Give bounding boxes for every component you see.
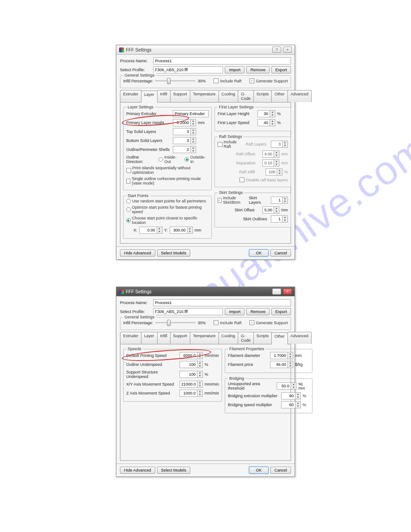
outline-inside-out-radio[interactable]: Inside-Out bbox=[158, 155, 183, 164]
vase-mode-checkbox[interactable]: Single outline corkscrew printing mode (… bbox=[126, 176, 209, 185]
sp-random-radio[interactable]: Use random start points for all perimete… bbox=[126, 199, 206, 203]
include-raft-checkbox[interactable]: Include Raft bbox=[214, 78, 241, 83]
ok-button[interactable]: OK bbox=[249, 249, 269, 257]
sp-optimize-radio[interactable]: Optimize start points for fastest printi… bbox=[126, 205, 209, 214]
first-layer-speed-input[interactable]: ▲▼ bbox=[257, 119, 275, 126]
outline-shells-input[interactable]: ▲▼ bbox=[173, 146, 196, 153]
app-icon bbox=[119, 289, 124, 294]
tab-support[interactable]: Support bbox=[170, 332, 191, 344]
select-models-button[interactable]: Select Models bbox=[157, 467, 191, 474]
sp-x-input[interactable]: ▲▼ bbox=[139, 227, 163, 234]
tab-temperature[interactable]: Temperature bbox=[190, 332, 219, 344]
window-title: FFF Settings bbox=[126, 47, 151, 52]
profile-select[interactable]: F306_ABS_210.fff bbox=[153, 308, 223, 315]
raft-layers-input: ▲▼ bbox=[271, 141, 288, 148]
tab-temperature[interactable]: Temperature bbox=[190, 90, 219, 102]
tab-gcode[interactable]: G-Code bbox=[238, 332, 254, 344]
import-button[interactable]: Import bbox=[225, 308, 244, 315]
z-speed-input[interactable]: ▲▼ bbox=[180, 390, 203, 397]
infill-slider[interactable] bbox=[155, 80, 196, 82]
bridging-speed-input[interactable]: ▲▼ bbox=[281, 401, 301, 408]
import-button[interactable]: Import bbox=[225, 66, 244, 73]
tab-infill[interactable]: Infill bbox=[157, 332, 171, 344]
titlebar: FFF Settings ? × bbox=[116, 287, 295, 296]
default-speed-input[interactable]: ▲▼ bbox=[180, 352, 203, 359]
cancel-button[interactable]: Cancel bbox=[270, 249, 291, 257]
filament-diameter-input[interactable]: ▲▼ bbox=[270, 352, 293, 359]
remove-button[interactable]: Remove bbox=[246, 66, 270, 73]
bridging-ext-input[interactable]: ▲▼ bbox=[281, 392, 301, 399]
cancel-button[interactable]: Cancel bbox=[270, 467, 291, 474]
top-solid-input[interactable]: ▲▼ bbox=[173, 128, 196, 135]
remove-button[interactable]: Remove bbox=[246, 308, 270, 315]
tab-other[interactable]: Other bbox=[271, 332, 288, 344]
speeds-title: Speeds bbox=[126, 347, 143, 351]
generate-support-checkbox[interactable]: ✓Generate Support bbox=[249, 78, 288, 83]
tab-other[interactable]: Other bbox=[271, 90, 288, 102]
include-raft-checkbox[interactable]: Include Raft bbox=[214, 320, 241, 325]
tab-strip: Extruder Layer Infill Support Temperatur… bbox=[120, 332, 291, 344]
hide-advanced-button[interactable]: Hide Advanced bbox=[120, 467, 155, 474]
export-button[interactable]: Export bbox=[271, 66, 291, 73]
raft-include-checkbox[interactable]: Include Raft bbox=[218, 140, 244, 149]
tab-scripts[interactable]: Scripts bbox=[253, 90, 272, 102]
tab-layer[interactable]: Layer bbox=[141, 90, 158, 103]
default-speed-label: Default Printing Speed bbox=[126, 353, 178, 358]
first-layer-title: First Layer Settings bbox=[218, 105, 255, 109]
help-icon[interactable]: ? bbox=[272, 288, 281, 295]
skirt-layers-input[interactable]: ▲▼ bbox=[271, 197, 288, 204]
first-layer-height-input[interactable]: ▲▼ bbox=[257, 110, 275, 117]
select-models-button[interactable]: Select Models bbox=[157, 249, 191, 257]
general-settings-title: General Settings bbox=[123, 73, 156, 77]
raft-title: Raft Settings bbox=[218, 134, 244, 139]
support-underspeed-input[interactable]: ▲▼ bbox=[180, 371, 203, 378]
skirt-outlines-input[interactable]: ▲▼ bbox=[271, 215, 288, 223]
generate-support-checkbox[interactable]: ✓Generate Support bbox=[249, 320, 288, 325]
sp-y-input[interactable]: ▲▼ bbox=[170, 227, 193, 234]
ok-button[interactable]: OK bbox=[249, 467, 269, 474]
z-speed-label: Z Axis Movement Speed bbox=[126, 391, 178, 395]
print-islands-checkbox[interactable]: Print islands sequentially without optim… bbox=[126, 166, 209, 175]
tab-cooling[interactable]: Cooling bbox=[218, 90, 239, 102]
tab-extruder[interactable]: Extruder bbox=[120, 332, 141, 344]
process-name-input[interactable] bbox=[153, 57, 291, 64]
tab-cooling[interactable]: Cooling bbox=[218, 332, 239, 344]
tab-gcode[interactable]: G-Code bbox=[238, 90, 254, 102]
process-name-input[interactable] bbox=[153, 299, 291, 306]
primary-extruder-label: Primary Extruder bbox=[126, 112, 171, 116]
close-icon[interactable]: × bbox=[283, 47, 292, 53]
skirt-offset-input[interactable]: ▲▼ bbox=[262, 206, 279, 214]
export-button[interactable]: Export bbox=[271, 308, 291, 315]
tab-advanced[interactable]: Advanced bbox=[287, 332, 312, 344]
outline-underspeed-label: Outline Underspeed bbox=[126, 362, 178, 367]
fff-settings-dialog-1: FFF Settings ? × Process Name: Select Pr… bbox=[116, 45, 295, 260]
raft-separation-input: ▲▼ bbox=[262, 159, 279, 167]
help-icon[interactable]: ? bbox=[272, 47, 281, 53]
close-icon[interactable]: × bbox=[283, 288, 292, 295]
tab-support[interactable]: Support bbox=[170, 90, 191, 102]
tab-advanced[interactable]: Advanced bbox=[287, 90, 312, 102]
bottom-solid-input[interactable]: ▲▼ bbox=[173, 137, 196, 144]
app-icon bbox=[119, 47, 124, 52]
raft-disable-checkbox: Disable raft base layers bbox=[240, 177, 288, 182]
tab-infill[interactable]: Infill bbox=[157, 90, 171, 102]
window-title: FFF Settings bbox=[126, 289, 151, 294]
xy-speed-input[interactable]: ▲▼ bbox=[180, 381, 203, 388]
tab-extruder[interactable]: Extruder bbox=[120, 90, 141, 102]
sp-closest-radio[interactable]: Choose start point closest to specific l… bbox=[126, 216, 209, 225]
skirt-title: Skirt Settings bbox=[218, 190, 244, 195]
primary-layer-height-input[interactable]: ▲▼ bbox=[173, 119, 196, 126]
infill-slider[interactable] bbox=[155, 322, 196, 323]
outline-outside-in-radio[interactable]: Outside-In bbox=[184, 155, 209, 164]
skirt-include-checkbox[interactable]: ✓Include Skirt/Brim bbox=[218, 196, 247, 205]
hide-advanced-button[interactable]: Hide Advanced bbox=[120, 249, 155, 257]
bridging-title: Bridging bbox=[228, 376, 245, 381]
tab-layer[interactable]: Layer bbox=[141, 332, 158, 344]
filament-price-input[interactable]: ▲▼ bbox=[270, 361, 293, 368]
tab-scripts[interactable]: Scripts bbox=[253, 332, 272, 344]
profile-select[interactable]: F306_ABS_210.fff bbox=[153, 66, 223, 73]
outline-underspeed-input[interactable]: ▲▼ bbox=[180, 361, 203, 368]
primary-layer-height-label: Primary Layer Height bbox=[126, 120, 171, 125]
primary-extruder-select[interactable]: Primary Extruder bbox=[173, 110, 209, 117]
unsupported-input[interactable]: ▲▼ bbox=[277, 382, 296, 390]
